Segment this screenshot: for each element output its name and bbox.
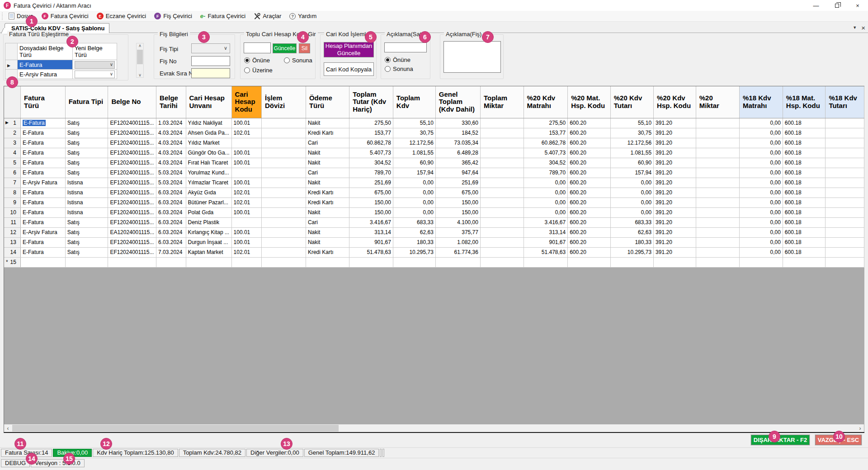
grid-cell[interactable]: 391.20 xyxy=(654,247,696,257)
grid-cell[interactable]: 600.18 xyxy=(783,118,826,128)
column-header[interactable]: %20 Kdv Hsp. Kodu xyxy=(654,86,696,118)
grid-cell[interactable]: 391.20 xyxy=(654,128,696,138)
column-header[interactable]: Genel Toplam (Kdv Dahil) xyxy=(435,86,480,118)
grid-cell[interactable]: 4.100,00 xyxy=(435,217,480,227)
grid-cell[interactable] xyxy=(696,168,739,178)
column-header[interactable]: %18 Mat. Hsp. Kodu xyxy=(783,86,826,118)
grid-cell[interactable]: 102.01 xyxy=(231,188,261,197)
row-selector[interactable]: 7 xyxy=(4,178,20,188)
grid-cell[interactable]: 6.03.2024 xyxy=(156,237,186,247)
grid-cell[interactable]: 4.03.2024 xyxy=(156,158,186,168)
grid-cell[interactable]: 150,00 xyxy=(349,197,393,207)
grid-cell[interactable]: 1.03.2024 xyxy=(156,118,186,128)
grid-cell[interactable]: 100.01 xyxy=(231,237,261,247)
scroll-up-icon[interactable]: ∧ xyxy=(137,43,143,48)
grid-cell[interactable]: E-Fatura xyxy=(20,138,65,148)
grid-cell[interactable]: 0,00 xyxy=(610,197,653,207)
grid-cell[interactable]: 150,00 xyxy=(435,207,480,217)
grid-cell[interactable] xyxy=(826,178,864,188)
source-doc-type-cell[interactable]: E-Fatura xyxy=(18,60,73,70)
grid-cell[interactable] xyxy=(262,197,306,207)
grid-cell[interactable]: 391.20 xyxy=(654,118,696,128)
grid-cell[interactable]: Satış xyxy=(65,247,108,257)
grid-cell[interactable]: E-Fatura xyxy=(20,247,65,257)
grid-cell[interactable] xyxy=(108,257,156,267)
grid-cell[interactable] xyxy=(826,118,864,128)
radio--n-ne[interactable]: Önüne xyxy=(385,56,410,63)
grid-cell[interactable]: 0,00 xyxy=(740,227,783,237)
grid-cell[interactable]: 600.20 xyxy=(568,197,611,207)
grid-cell[interactable]: 600.18 xyxy=(783,207,826,217)
grid-cell[interactable] xyxy=(262,148,306,158)
grid-cell[interactable] xyxy=(262,188,306,197)
grid-cell[interactable] xyxy=(826,148,864,158)
grid-cell[interactable]: 55,10 xyxy=(393,118,435,128)
grid-cell[interactable]: 0,00 xyxy=(740,128,783,138)
grid-cell[interactable] xyxy=(696,257,739,267)
grid-cell[interactable]: Nakit xyxy=(306,237,349,247)
grid-cell[interactable] xyxy=(262,118,306,128)
grid-cell[interactable] xyxy=(480,118,524,128)
row-selector[interactable]: 13 xyxy=(4,237,20,247)
grid-cell[interactable]: 391.20 xyxy=(654,237,696,247)
grid-cell[interactable] xyxy=(480,247,524,257)
grid-cell[interactable]: E-Arşiv Fatura xyxy=(20,178,65,188)
row-selector[interactable]: 9 xyxy=(4,197,20,207)
grid-cell[interactable]: 600.18 xyxy=(783,158,826,168)
mapping-grid-scrollbar[interactable]: ∧ ∨ xyxy=(136,43,144,78)
grid-cell[interactable]: 251,69 xyxy=(435,178,480,188)
column-header[interactable]: Belge No xyxy=(108,86,156,118)
grid-cell[interactable]: 6.03.2024 xyxy=(156,188,186,197)
grid-cell[interactable]: 55,10 xyxy=(610,118,653,128)
row-selector[interactable]: 14 xyxy=(4,247,20,257)
grid-cell[interactable]: 0,00 xyxy=(740,138,783,148)
grid-cell[interactable]: 60,90 xyxy=(610,158,653,168)
tab-list-dropdown-icon[interactable]: ▼ xyxy=(853,25,857,30)
grid-cell[interactable] xyxy=(480,178,524,188)
grid-cell[interactable]: 0,00 xyxy=(524,178,568,188)
grid-cell[interactable]: 1.082,00 xyxy=(435,237,480,247)
horizontal-scrollbar[interactable]: ‹ › xyxy=(4,424,864,432)
grid-cell[interactable]: 100.01 xyxy=(231,158,261,168)
grid-cell[interactable]: 62,63 xyxy=(610,227,653,237)
grid-cell[interactable]: 391.20 xyxy=(654,178,696,188)
close-button[interactable]: × xyxy=(847,0,868,11)
column-header[interactable]: Toplam Tutar (Kdv Hariç) xyxy=(349,86,393,118)
grid-cell[interactable]: 0,00 xyxy=(740,148,783,158)
grid-cell[interactable]: Istisna xyxy=(65,197,108,207)
grid-cell[interactable] xyxy=(826,128,864,138)
grid-cell[interactable] xyxy=(231,138,261,148)
grid-cell[interactable]: 3.416,67 xyxy=(349,217,393,227)
grid-cell[interactable] xyxy=(20,257,65,267)
scrollbar-thumb[interactable] xyxy=(137,50,143,64)
grid-cell[interactable] xyxy=(568,257,611,267)
grid-cell[interactable]: 375,77 xyxy=(435,227,480,237)
grid-cell[interactable]: 150,00 xyxy=(435,197,480,207)
grid-cell[interactable]: 0,00 xyxy=(740,178,783,188)
grid-cell[interactable] xyxy=(783,257,826,267)
grid-cell[interactable]: 600.20 xyxy=(568,148,611,158)
grid-cell[interactable] xyxy=(826,158,864,168)
grid-cell[interactable] xyxy=(186,257,231,267)
grid-cell[interactable]: Yorulmaz Kund... xyxy=(186,168,231,178)
grid-cell[interactable]: 789,70 xyxy=(349,168,393,178)
column-header[interactable]: Fatura Türü xyxy=(20,86,65,118)
grid-cell[interactable]: 600.20 xyxy=(568,237,611,247)
column-header[interactable]: %20 Mat. Hsp. Kodu xyxy=(568,86,611,118)
radio-sonuna[interactable]: Sonuna xyxy=(385,66,413,72)
grid-cell[interactable]: 6.489,28 xyxy=(435,148,480,158)
grid-cell[interactable] xyxy=(262,178,306,188)
grid-cell[interactable]: 275,50 xyxy=(349,118,393,128)
grid-cell[interactable] xyxy=(610,257,653,267)
grid-cell[interactable]: EF12024001115... xyxy=(108,168,156,178)
grid-cell[interactable]: Satış xyxy=(65,217,108,227)
grid-cell[interactable]: Akyüz Gıda xyxy=(186,188,231,197)
grid-cell[interactable]: 0,00 xyxy=(740,207,783,217)
grid-cell[interactable] xyxy=(696,148,739,158)
row-selector[interactable]: ▶ xyxy=(5,60,18,70)
grid-cell[interactable]: 5.407,73 xyxy=(524,148,568,158)
grid-cell[interactable]: Güngör Oto Ga... xyxy=(186,148,231,158)
grid-cell[interactable]: E-Fatura xyxy=(20,207,65,217)
grid-cell[interactable]: 600.18 xyxy=(783,237,826,247)
grid-cell[interactable] xyxy=(262,158,306,168)
